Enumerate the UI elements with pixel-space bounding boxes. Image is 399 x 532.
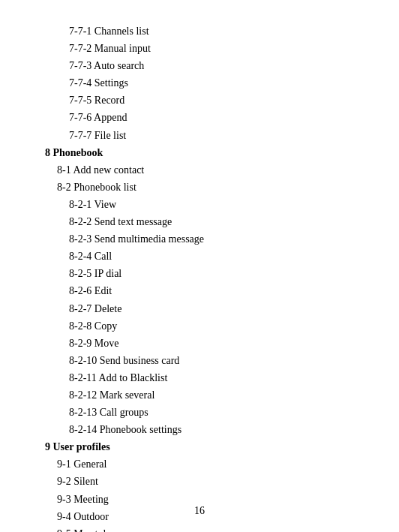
toc-item: 8-2-5 IP dial bbox=[45, 265, 354, 282]
page-container: 7-7-1 Channels list7-7-2 Manual input7-7… bbox=[0, 0, 399, 532]
toc-item: 8-2 Phonebook list bbox=[45, 179, 354, 196]
toc-item: 8-2-9 Move bbox=[45, 335, 354, 352]
toc-item: 8-2-6 Edit bbox=[45, 282, 354, 299]
toc-item: 7-7-6 Append bbox=[45, 109, 354, 126]
toc-item: 8-2-2 Send text message bbox=[45, 213, 354, 230]
toc-item: 7-7-1 Channels list bbox=[45, 23, 354, 40]
toc-list: 7-7-1 Channels list7-7-2 Manual input7-7… bbox=[45, 23, 354, 532]
toc-item: 9-2 Silent bbox=[45, 473, 354, 490]
toc-item: 8-1 Add new contact bbox=[45, 161, 354, 179]
toc-item: 9-1 General bbox=[45, 455, 354, 473]
toc-item: 8-2-3 Send multimedia message bbox=[45, 230, 354, 248]
toc-item: 8-2-10 Send business card bbox=[45, 352, 354, 369]
toc-item: 8 Phonebook bbox=[45, 144, 354, 161]
toc-item: 7-7-5 Record bbox=[45, 92, 354, 109]
toc-item: 8-2-4 Call bbox=[45, 248, 354, 265]
toc-item: 8-2-8 Copy bbox=[45, 317, 354, 335]
toc-item: 8-2-13 Call groups bbox=[45, 404, 354, 421]
toc-item: 8-2-12 Mark several bbox=[45, 386, 354, 404]
toc-item: 7-7-4 Settings bbox=[45, 74, 354, 92]
toc-item: 7-7-7 File list bbox=[45, 127, 354, 144]
toc-item: 9 User profiles bbox=[45, 438, 354, 455]
toc-item: 7-7-2 Manual input bbox=[45, 40, 354, 57]
toc-item: 8-2-1 View bbox=[45, 196, 354, 213]
toc-item: 9-5 My style bbox=[45, 525, 354, 532]
toc-item: 8-2-7 Delete bbox=[45, 300, 354, 317]
toc-item: 8-2-14 Phonebook settings bbox=[45, 421, 354, 438]
toc-item: 8-2-11 Add to Blacklist bbox=[45, 369, 354, 386]
page-number: 16 bbox=[194, 505, 205, 517]
toc-item: 7-7-3 Auto search bbox=[45, 57, 354, 74]
